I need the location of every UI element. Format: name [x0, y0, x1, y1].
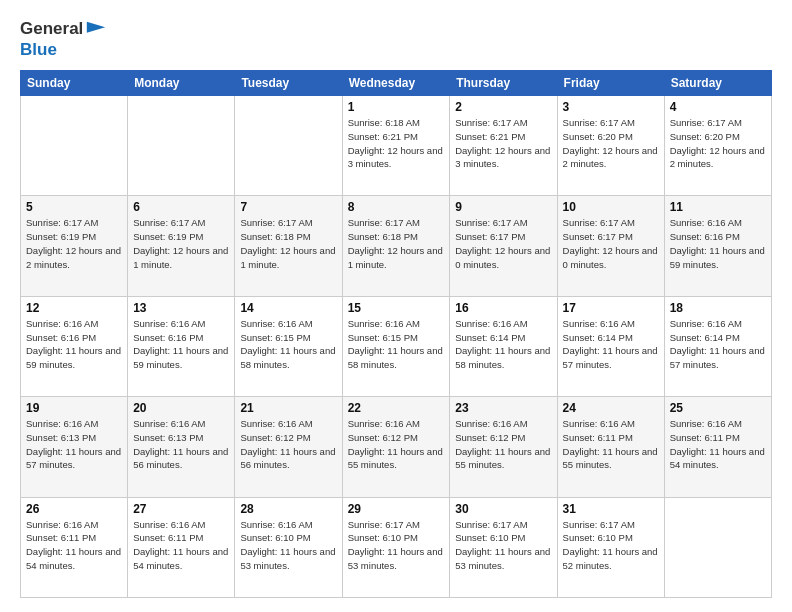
- day-info: Sunrise: 6:16 AM Sunset: 6:11 PM Dayligh…: [133, 518, 229, 573]
- calendar-table: SundayMondayTuesdayWednesdayThursdayFrid…: [20, 70, 772, 598]
- calendar-day-6: 6Sunrise: 6:17 AM Sunset: 6:19 PM Daylig…: [128, 196, 235, 296]
- col-header-sunday: Sunday: [21, 71, 128, 96]
- day-info: Sunrise: 6:16 AM Sunset: 6:16 PM Dayligh…: [670, 216, 766, 271]
- day-number: 25: [670, 401, 766, 415]
- logo-flag-icon: [85, 18, 107, 40]
- day-info: Sunrise: 6:17 AM Sunset: 6:18 PM Dayligh…: [348, 216, 445, 271]
- calendar-day-26: 26Sunrise: 6:16 AM Sunset: 6:11 PM Dayli…: [21, 497, 128, 597]
- day-info: Sunrise: 6:16 AM Sunset: 6:16 PM Dayligh…: [133, 317, 229, 372]
- calendar-day-25: 25Sunrise: 6:16 AM Sunset: 6:11 PM Dayli…: [664, 397, 771, 497]
- day-info: Sunrise: 6:16 AM Sunset: 6:14 PM Dayligh…: [563, 317, 659, 372]
- calendar-day-21: 21Sunrise: 6:16 AM Sunset: 6:12 PM Dayli…: [235, 397, 342, 497]
- day-info: Sunrise: 6:16 AM Sunset: 6:16 PM Dayligh…: [26, 317, 122, 372]
- calendar-week-row: 19Sunrise: 6:16 AM Sunset: 6:13 PM Dayli…: [21, 397, 772, 497]
- day-info: Sunrise: 6:17 AM Sunset: 6:17 PM Dayligh…: [563, 216, 659, 271]
- day-number: 7: [240, 200, 336, 214]
- calendar-day-3: 3Sunrise: 6:17 AM Sunset: 6:20 PM Daylig…: [557, 96, 664, 196]
- day-number: 21: [240, 401, 336, 415]
- calendar-day-empty: [21, 96, 128, 196]
- day-info: Sunrise: 6:16 AM Sunset: 6:15 PM Dayligh…: [348, 317, 445, 372]
- day-info: Sunrise: 6:16 AM Sunset: 6:15 PM Dayligh…: [240, 317, 336, 372]
- svg-marker-0: [87, 22, 105, 33]
- day-info: Sunrise: 6:17 AM Sunset: 6:21 PM Dayligh…: [455, 116, 551, 171]
- calendar-day-16: 16Sunrise: 6:16 AM Sunset: 6:14 PM Dayli…: [450, 296, 557, 396]
- day-info: Sunrise: 6:16 AM Sunset: 6:11 PM Dayligh…: [670, 417, 766, 472]
- calendar-day-14: 14Sunrise: 6:16 AM Sunset: 6:15 PM Dayli…: [235, 296, 342, 396]
- col-header-monday: Monday: [128, 71, 235, 96]
- day-number: 17: [563, 301, 659, 315]
- day-number: 22: [348, 401, 445, 415]
- calendar-day-7: 7Sunrise: 6:17 AM Sunset: 6:18 PM Daylig…: [235, 196, 342, 296]
- calendar-day-8: 8Sunrise: 6:17 AM Sunset: 6:18 PM Daylig…: [342, 196, 450, 296]
- day-number: 9: [455, 200, 551, 214]
- day-info: Sunrise: 6:17 AM Sunset: 6:10 PM Dayligh…: [348, 518, 445, 573]
- day-number: 14: [240, 301, 336, 315]
- day-info: Sunrise: 6:16 AM Sunset: 6:13 PM Dayligh…: [26, 417, 122, 472]
- day-number: 20: [133, 401, 229, 415]
- day-number: 13: [133, 301, 229, 315]
- calendar-day-18: 18Sunrise: 6:16 AM Sunset: 6:14 PM Dayli…: [664, 296, 771, 396]
- col-header-thursday: Thursday: [450, 71, 557, 96]
- page-header: General Blue: [20, 18, 772, 60]
- day-info: Sunrise: 6:16 AM Sunset: 6:12 PM Dayligh…: [240, 417, 336, 472]
- day-info: Sunrise: 6:16 AM Sunset: 6:14 PM Dayligh…: [455, 317, 551, 372]
- calendar-week-row: 26Sunrise: 6:16 AM Sunset: 6:11 PM Dayli…: [21, 497, 772, 597]
- day-number: 15: [348, 301, 445, 315]
- col-header-tuesday: Tuesday: [235, 71, 342, 96]
- day-info: Sunrise: 6:17 AM Sunset: 6:20 PM Dayligh…: [670, 116, 766, 171]
- day-info: Sunrise: 6:16 AM Sunset: 6:12 PM Dayligh…: [348, 417, 445, 472]
- calendar-day-30: 30Sunrise: 6:17 AM Sunset: 6:10 PM Dayli…: [450, 497, 557, 597]
- calendar-day-22: 22Sunrise: 6:16 AM Sunset: 6:12 PM Dayli…: [342, 397, 450, 497]
- day-number: 26: [26, 502, 122, 516]
- calendar-week-row: 5Sunrise: 6:17 AM Sunset: 6:19 PM Daylig…: [21, 196, 772, 296]
- calendar-week-row: 1Sunrise: 6:18 AM Sunset: 6:21 PM Daylig…: [21, 96, 772, 196]
- day-number: 18: [670, 301, 766, 315]
- calendar-day-31: 31Sunrise: 6:17 AM Sunset: 6:10 PM Dayli…: [557, 497, 664, 597]
- col-header-friday: Friday: [557, 71, 664, 96]
- day-number: 10: [563, 200, 659, 214]
- day-info: Sunrise: 6:17 AM Sunset: 6:19 PM Dayligh…: [133, 216, 229, 271]
- day-number: 23: [455, 401, 551, 415]
- calendar-day-5: 5Sunrise: 6:17 AM Sunset: 6:19 PM Daylig…: [21, 196, 128, 296]
- day-info: Sunrise: 6:16 AM Sunset: 6:13 PM Dayligh…: [133, 417, 229, 472]
- calendar-day-24: 24Sunrise: 6:16 AM Sunset: 6:11 PM Dayli…: [557, 397, 664, 497]
- calendar-day-17: 17Sunrise: 6:16 AM Sunset: 6:14 PM Dayli…: [557, 296, 664, 396]
- day-number: 5: [26, 200, 122, 214]
- logo: General Blue: [20, 18, 107, 60]
- day-number: 6: [133, 200, 229, 214]
- day-number: 30: [455, 502, 551, 516]
- col-header-wednesday: Wednesday: [342, 71, 450, 96]
- col-header-saturday: Saturday: [664, 71, 771, 96]
- day-number: 16: [455, 301, 551, 315]
- calendar-day-28: 28Sunrise: 6:16 AM Sunset: 6:10 PM Dayli…: [235, 497, 342, 597]
- calendar-day-12: 12Sunrise: 6:16 AM Sunset: 6:16 PM Dayli…: [21, 296, 128, 396]
- calendar-day-empty: [128, 96, 235, 196]
- day-info: Sunrise: 6:16 AM Sunset: 6:12 PM Dayligh…: [455, 417, 551, 472]
- calendar-day-20: 20Sunrise: 6:16 AM Sunset: 6:13 PM Dayli…: [128, 397, 235, 497]
- day-info: Sunrise: 6:17 AM Sunset: 6:17 PM Dayligh…: [455, 216, 551, 271]
- day-info: Sunrise: 6:16 AM Sunset: 6:10 PM Dayligh…: [240, 518, 336, 573]
- calendar-day-4: 4Sunrise: 6:17 AM Sunset: 6:20 PM Daylig…: [664, 96, 771, 196]
- calendar-day-19: 19Sunrise: 6:16 AM Sunset: 6:13 PM Dayli…: [21, 397, 128, 497]
- day-number: 8: [348, 200, 445, 214]
- calendar-day-27: 27Sunrise: 6:16 AM Sunset: 6:11 PM Dayli…: [128, 497, 235, 597]
- calendar-day-11: 11Sunrise: 6:16 AM Sunset: 6:16 PM Dayli…: [664, 196, 771, 296]
- day-info: Sunrise: 6:17 AM Sunset: 6:10 PM Dayligh…: [563, 518, 659, 573]
- day-number: 11: [670, 200, 766, 214]
- day-number: 28: [240, 502, 336, 516]
- logo-blue-text: Blue: [20, 40, 107, 60]
- day-number: 4: [670, 100, 766, 114]
- day-info: Sunrise: 6:17 AM Sunset: 6:10 PM Dayligh…: [455, 518, 551, 573]
- calendar-day-13: 13Sunrise: 6:16 AM Sunset: 6:16 PM Dayli…: [128, 296, 235, 396]
- day-info: Sunrise: 6:16 AM Sunset: 6:11 PM Dayligh…: [26, 518, 122, 573]
- day-number: 3: [563, 100, 659, 114]
- day-number: 1: [348, 100, 445, 114]
- day-number: 2: [455, 100, 551, 114]
- day-info: Sunrise: 6:18 AM Sunset: 6:21 PM Dayligh…: [348, 116, 445, 171]
- calendar-day-23: 23Sunrise: 6:16 AM Sunset: 6:12 PM Dayli…: [450, 397, 557, 497]
- calendar-day-29: 29Sunrise: 6:17 AM Sunset: 6:10 PM Dayli…: [342, 497, 450, 597]
- day-number: 12: [26, 301, 122, 315]
- day-info: Sunrise: 6:17 AM Sunset: 6:20 PM Dayligh…: [563, 116, 659, 171]
- calendar-week-row: 12Sunrise: 6:16 AM Sunset: 6:16 PM Dayli…: [21, 296, 772, 396]
- day-info: Sunrise: 6:16 AM Sunset: 6:14 PM Dayligh…: [670, 317, 766, 372]
